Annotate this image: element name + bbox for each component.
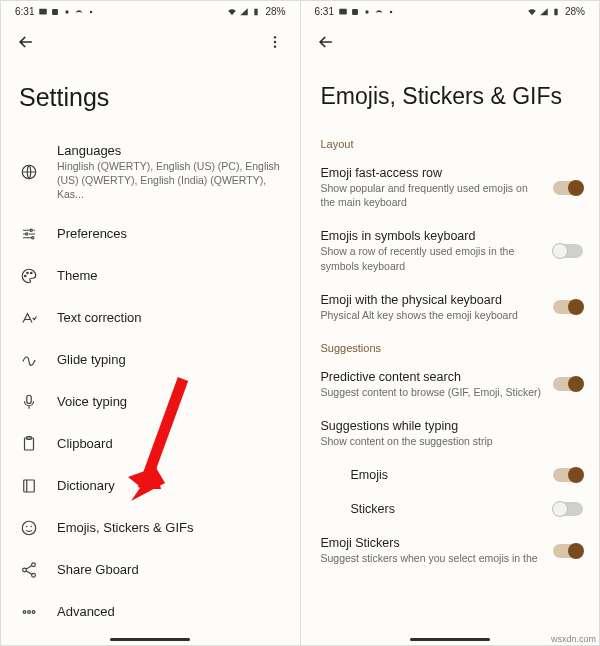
row-predictive[interactable]: Predictive content search Suggest conten… (301, 360, 600, 409)
row-emojis[interactable]: Emojis, Stickers & GIFs (1, 507, 300, 549)
svg-rect-15 (27, 395, 32, 403)
svg-point-9 (30, 229, 32, 231)
svg-point-13 (27, 272, 29, 274)
svg-rect-18 (24, 480, 35, 492)
row-physical[interactable]: Emoji with the physical keyboard Physica… (301, 283, 600, 332)
status-left-icons (38, 7, 96, 17)
svg-rect-0 (40, 8, 48, 14)
svg-point-6 (273, 41, 275, 43)
page-title: Settings (1, 59, 300, 132)
setting-title: Emoji fast-access row (321, 166, 544, 180)
setting-title: Stickers (321, 502, 544, 516)
more-horizontal-icon (19, 602, 39, 622)
status-time: 6:31 (315, 6, 334, 17)
row-text-correction[interactable]: Text correction (1, 297, 300, 339)
row-share[interactable]: Share Gboard (1, 549, 300, 591)
appbar (301, 21, 600, 59)
status-battery: 28% (265, 6, 285, 17)
svg-point-2 (66, 10, 69, 13)
setting-title: Suggestions while typing (321, 419, 584, 433)
status-time: 6:31 (15, 6, 34, 17)
row-theme[interactable]: Theme (1, 255, 300, 297)
row-label: Preferences (57, 226, 284, 241)
row-glide-typing[interactable]: Glide typing (1, 339, 300, 381)
more-button[interactable] (264, 31, 286, 53)
toggle-fast-access[interactable] (553, 181, 583, 195)
gesture-icon (19, 350, 39, 370)
row-label: Share Gboard (57, 562, 284, 577)
svg-point-7 (273, 45, 275, 47)
row-preferences[interactable]: Preferences (1, 213, 300, 255)
page-title: Emojis, Stickers & GIFs (301, 59, 600, 128)
row-dictionary[interactable]: Dictionary (1, 465, 300, 507)
toggle-stickers[interactable] (553, 502, 583, 516)
row-label: Advanced (57, 604, 284, 619)
row-label: Clipboard (57, 436, 284, 451)
row-advanced[interactable]: Advanced (1, 591, 300, 633)
svg-rect-1 (53, 9, 59, 15)
svg-point-27 (32, 610, 35, 613)
svg-point-3 (90, 10, 93, 13)
row-label: Voice typing (57, 394, 284, 409)
row-languages[interactable]: Languages Hinglish (QWERTY), English (US… (1, 132, 300, 213)
svg-point-14 (31, 272, 33, 274)
setting-title: Emojis in symbols keyboard (321, 229, 544, 243)
nav-handle[interactable] (110, 638, 190, 641)
text-correction-icon (19, 308, 39, 328)
row-emoji-stickers[interactable]: Emoji Stickers Suggest stickers when you… (301, 526, 600, 575)
svg-point-33 (390, 10, 393, 13)
toggle-emojis[interactable] (553, 468, 583, 482)
setting-title: Emoji Stickers (321, 536, 544, 550)
svg-point-12 (25, 275, 27, 277)
row-voice-typing[interactable]: Voice typing (1, 381, 300, 423)
section-layout: Layout (301, 128, 600, 156)
row-emojis-sub[interactable]: Emojis (301, 458, 600, 492)
settings-list: Languages Hinglish (QWERTY), English (US… (1, 132, 300, 645)
back-button[interactable] (315, 31, 337, 53)
toggle-symbols[interactable] (553, 244, 583, 258)
emoji-icon (19, 518, 39, 538)
emoji-settings-screen: 6:31 28% Emojis, Stickers & GIFs Layout (301, 0, 601, 646)
mic-icon (19, 392, 39, 412)
setting-sub: Suggest stickers when you select emojis … (321, 551, 544, 565)
watermark: wsxdn.com (551, 634, 596, 644)
row-symbols[interactable]: Emojis in symbols keyboard Show a row of… (301, 219, 600, 282)
row-label: Languages (57, 143, 284, 158)
share-icon (19, 560, 39, 580)
toggle-predictive[interactable] (553, 377, 583, 391)
back-button[interactable] (15, 31, 37, 53)
status-battery: 28% (565, 6, 585, 17)
svg-point-20 (26, 525, 28, 527)
section-suggestions: Suggestions (301, 332, 600, 360)
appbar (1, 21, 300, 59)
toggle-physical[interactable] (553, 300, 583, 314)
globe-icon (19, 162, 39, 182)
setting-title: Emojis (321, 468, 544, 482)
setting-title: Predictive content search (321, 370, 544, 384)
svg-rect-4 (255, 8, 258, 15)
svg-point-21 (31, 525, 33, 527)
setting-sub: Show popular and frequently used emojis … (321, 181, 544, 209)
row-label: Text correction (57, 310, 284, 325)
book-icon (19, 476, 39, 496)
status-left-icons (338, 7, 396, 17)
row-fast-access[interactable]: Emoji fast-access row Show popular and f… (301, 156, 600, 219)
row-label: Theme (57, 268, 284, 283)
setting-sub: Physical Alt key shows the emoji keyboar… (321, 308, 544, 322)
setting-sub: Show content on the suggestion strip (321, 434, 584, 448)
row-stickers-sub[interactable]: Stickers (301, 492, 600, 526)
setting-sub: Suggest content to browse (GIF, Emoji, S… (321, 385, 544, 399)
row-clipboard[interactable]: Clipboard (1, 423, 300, 465)
palette-icon (19, 266, 39, 286)
row-label: Emojis, Stickers & GIFs (57, 520, 284, 535)
clipboard-icon (19, 434, 39, 454)
setting-title: Emoji with the physical keyboard (321, 293, 544, 307)
svg-point-19 (22, 521, 36, 535)
nav-handle[interactable] (410, 638, 490, 641)
svg-point-11 (32, 236, 34, 238)
status-right-icons (527, 7, 561, 17)
svg-point-32 (365, 10, 368, 13)
svg-point-26 (28, 610, 31, 613)
toggle-emoji-stickers[interactable] (553, 544, 583, 558)
sliders-icon (19, 224, 39, 244)
